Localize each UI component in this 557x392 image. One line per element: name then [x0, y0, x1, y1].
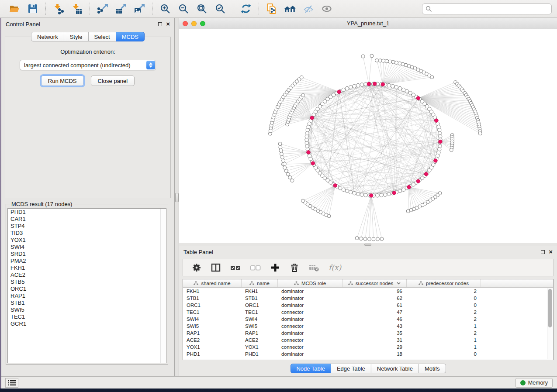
- network-node[interactable]: [391, 60, 395, 64]
- network-node[interactable]: [398, 62, 401, 65]
- save-session-button[interactable]: [24, 1, 42, 16]
- network-node[interactable]: [356, 192, 360, 196]
- mcds-result-item[interactable]: SWI4: [8, 244, 166, 251]
- close-panel-icon[interactable]: ×: [166, 22, 170, 26]
- network-node[interactable]: [300, 76, 303, 79]
- network-node[interactable]: [361, 55, 365, 58]
- function-builder-button[interactable]: f(x): [329, 263, 341, 272]
- table-row[interactable]: STB1STB1dominator620: [183, 295, 553, 302]
- network-node[interactable]: [372, 237, 375, 241]
- network-canvas[interactable]: [179, 29, 557, 243]
- dominator-node[interactable]: [307, 151, 310, 154]
- table-row[interactable]: YOX1YOX1connector291: [183, 344, 553, 351]
- mcds-result-item[interactable]: SWI5: [8, 306, 166, 313]
- first-neighbors-button[interactable]: [281, 1, 299, 16]
- dominator-node[interactable]: [337, 90, 341, 93]
- run-mcds-button[interactable]: Run MCDS: [41, 76, 84, 86]
- dominator-node[interactable]: [439, 140, 442, 143]
- network-node[interactable]: [353, 84, 356, 88]
- mcds-result-item[interactable]: PMA2: [8, 258, 166, 265]
- network-node[interactable]: [402, 188, 405, 191]
- new-network-from-selection-button[interactable]: [263, 1, 281, 16]
- show-all-button[interactable]: [318, 1, 336, 16]
- mcds-result-item[interactable]: TEC1: [8, 313, 166, 320]
- tab-network[interactable]: Network: [31, 32, 64, 41]
- network-node[interactable]: [370, 54, 374, 58]
- dominator-node[interactable]: [367, 82, 370, 86]
- network-node[interactable]: [394, 86, 398, 89]
- refresh-view-button[interactable]: [237, 1, 255, 16]
- network-node[interactable]: [353, 191, 356, 195]
- tab-style[interactable]: Style: [64, 32, 89, 41]
- column-header-successor-nodes[interactable]: successor nodes: [343, 279, 407, 287]
- network-node[interactable]: [286, 172, 290, 176]
- network-node[interactable]: [279, 145, 282, 149]
- dominator-node[interactable]: [416, 179, 420, 183]
- zoom-selected-button[interactable]: [211, 1, 229, 16]
- network-node[interactable]: [283, 162, 286, 165]
- dominator-node[interactable]: [381, 83, 384, 86]
- tab-motifs[interactable]: Motifs: [419, 364, 446, 373]
- import-network-button[interactable]: [49, 1, 68, 16]
- network-node[interactable]: [280, 155, 284, 159]
- search-input[interactable]: [434, 4, 548, 13]
- clear-table-button[interactable]: [308, 262, 320, 273]
- network-node[interactable]: [368, 237, 371, 241]
- zoom-fit-button[interactable]: [193, 1, 211, 16]
- table-scrollbar-thumb[interactable]: [548, 289, 552, 327]
- dominator-node[interactable]: [373, 82, 377, 86]
- mcds-result-item[interactable]: YOX1: [8, 237, 166, 244]
- network-node[interactable]: [338, 186, 342, 190]
- network-node[interactable]: [360, 83, 363, 86]
- export-network-button[interactable]: [93, 1, 112, 16]
- hide-selected-button[interactable]: [299, 1, 318, 16]
- close-panel-icon[interactable]: ×: [549, 250, 553, 254]
- network-node[interactable]: [282, 159, 285, 162]
- network-node[interactable]: [291, 179, 294, 182]
- network-node[interactable]: [375, 58, 379, 62]
- network-node[interactable]: [388, 60, 392, 63]
- zoom-out-button[interactable]: [174, 1, 193, 16]
- network-node[interactable]: [345, 189, 349, 193]
- network-node[interactable]: [376, 194, 379, 197]
- close-panel-button[interactable]: Close panel: [91, 76, 135, 86]
- network-node[interactable]: [283, 166, 287, 169]
- dominator-node[interactable]: [424, 172, 428, 176]
- mcds-result-item[interactable]: ACE2: [8, 272, 166, 279]
- network-node[interactable]: [387, 192, 391, 196]
- network-node[interactable]: [385, 59, 388, 63]
- zoom-in-button[interactable]: [156, 1, 174, 16]
- dominator-node[interactable]: [392, 191, 396, 195]
- mcds-result-item[interactable]: STB5: [8, 279, 166, 285]
- select-all-rows-button[interactable]: [230, 262, 241, 273]
- float-panel-icon[interactable]: [158, 22, 162, 26]
- network-node[interactable]: [478, 132, 482, 135]
- network-node[interactable]: [288, 175, 292, 179]
- network-node[interactable]: [342, 188, 345, 191]
- network-node[interactable]: [387, 83, 391, 87]
- open-file-button[interactable]: [5, 1, 24, 16]
- network-node[interactable]: [349, 86, 353, 89]
- network-graph[interactable]: [179, 29, 557, 243]
- delete-column-button[interactable]: [289, 262, 300, 273]
- network-node[interactable]: [405, 89, 408, 93]
- network-node[interactable]: [450, 148, 453, 152]
- network-node[interactable]: [280, 152, 283, 156]
- dominator-node[interactable]: [310, 116, 314, 120]
- mcds-result-item[interactable]: FKH1: [8, 265, 166, 272]
- mcds-result-item[interactable]: STP4: [8, 223, 166, 230]
- network-node[interactable]: [391, 84, 394, 88]
- mcds-result-item[interactable]: CAR1: [8, 216, 166, 223]
- network-node[interactable]: [349, 190, 353, 194]
- network-node[interactable]: [278, 142, 282, 145]
- network-node[interactable]: [402, 88, 405, 91]
- dominator-node[interactable]: [333, 184, 337, 187]
- network-node[interactable]: [380, 193, 383, 197]
- network-node[interactable]: [279, 149, 283, 152]
- table-row[interactable]: ACE2ACE2connector311: [183, 337, 553, 344]
- network-node[interactable]: [301, 199, 305, 203]
- network-node[interactable]: [356, 83, 360, 87]
- table-row[interactable]: TEC1TEC1connector472: [183, 309, 553, 316]
- network-node[interactable]: [355, 237, 359, 240]
- tab-edge-table[interactable]: Edge Table: [331, 364, 371, 373]
